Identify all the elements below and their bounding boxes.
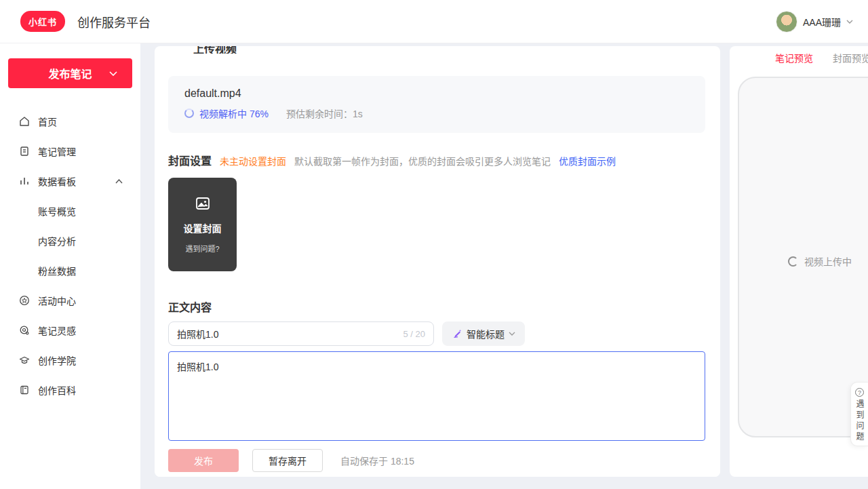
magic-pen-icon (452, 328, 462, 339)
user-menu[interactable]: AAA珊珊 (776, 0, 853, 43)
chevron-down-icon (846, 20, 853, 24)
preview-panel: 笔记预览 封面预览 视频上传中 (730, 46, 868, 477)
inspiration-icon (19, 325, 30, 336)
help-tab-label: 遇到问题 (854, 399, 865, 443)
cover-example-link[interactable]: 优质封面示例 (559, 154, 616, 168)
smart-title-label: 智能标题 (467, 327, 505, 340)
cover-section-title: 封面设置 (168, 152, 212, 168)
home-icon (19, 116, 30, 127)
publish-note-label: 发布笔记 (48, 65, 92, 81)
question-bubble-icon: ? (855, 388, 864, 397)
content-section-title: 正文内容 (168, 298, 212, 315)
image-icon (195, 195, 211, 212)
title-input[interactable] (177, 328, 397, 339)
sidebar-item-label: 创作百科 (38, 383, 76, 397)
book-icon (19, 385, 30, 395)
chevron-down-icon (509, 332, 515, 336)
video-upload-status-box: default.mp4 视频解析中 76% 预估剩余时间：1s (168, 76, 705, 133)
sidebar-item-label: 内容分析 (38, 234, 76, 248)
sidebar-item-home[interactable]: 首页 (0, 106, 140, 136)
tab-cover-preview[interactable]: 封面预览 (833, 51, 868, 64)
user-name: AAA珊珊 (803, 15, 841, 28)
sidebar-item-creator-academy[interactable]: 创作学院 (0, 345, 140, 375)
app-window: 小红书 创作服务平台 AAA珊珊 发布笔记 首页 笔记管理 数据看板 (0, 0, 868, 489)
title-input-wrapper: 5 / 20 (168, 321, 434, 346)
sidebar-item-label: 笔记灵感 (38, 324, 76, 337)
uploading-label: 视频上传中 (804, 254, 852, 268)
help-floating-tab[interactable]: ? 遇到问题 (850, 382, 868, 446)
xiaohongshu-logo[interactable]: 小红书 (20, 11, 65, 32)
smart-title-button[interactable]: 智能标题 (442, 321, 525, 346)
loading-spinner-icon (788, 256, 798, 267)
sidebar-item-label: 活动中心 (38, 294, 76, 307)
sidebar-item-note-inspiration[interactable]: 笔记灵感 (0, 315, 140, 345)
video-parsing-status: 视频解析中 76% (199, 106, 269, 120)
sidebar-item-note-manage[interactable]: 笔记管理 (0, 136, 140, 166)
video-filename: default.mp4 (184, 87, 689, 100)
sidebar-item-creator-wiki[interactable]: 创作百科 (0, 375, 140, 405)
sidebar-item-label: 笔记管理 (38, 144, 76, 158)
set-cover-button[interactable]: 设置封面 遇到问题? (168, 178, 237, 271)
clipped-section-heading: 上传视频 (193, 46, 237, 54)
cover-trouble-link[interactable]: 遇到问题? (185, 243, 219, 254)
sidebar-item-label: 粉丝数据 (38, 264, 76, 277)
sidebar-item-content-analysis[interactable]: 内容分析 (0, 226, 140, 256)
star-circle-icon (19, 295, 30, 306)
loading-spinner-icon (184, 109, 194, 118)
autosave-status: 自动保存于 18:15 (340, 454, 414, 467)
sidebar-item-label: 创作学院 (38, 353, 76, 367)
save-and-leave-button[interactable]: 暂存离开 (252, 449, 323, 472)
avatar[interactable] (776, 11, 797, 33)
sidebar-item-label: 账号概览 (38, 204, 76, 218)
sidebar: 发布笔记 首页 笔记管理 数据看板 账号概览 内容分析 (0, 43, 140, 489)
cover-settings-row: 封面设置 未主动设置封面 默认截取第一帧作为封面，优质的封面会吸引更多人浏览笔记… (168, 152, 616, 168)
sidebar-item-fans-data[interactable]: 粉丝数据 (0, 256, 140, 286)
chevron-up-icon[interactable] (115, 179, 123, 184)
chevron-down-icon (109, 71, 117, 76)
sidebar-item-label: 首页 (38, 115, 57, 128)
tab-note-preview[interactable]: 笔记预览 (775, 51, 813, 64)
note-icon (19, 146, 30, 157)
sidebar-item-account-overview[interactable]: 账号概览 (0, 196, 140, 226)
publish-button[interactable]: 发布 (168, 449, 239, 472)
video-eta: 预估剩余时间：1s (286, 106, 363, 120)
editor-panel: 上传视频 default.mp4 视频解析中 76% 预估剩余时间：1s 封面设… (155, 46, 720, 477)
graduation-cap-icon (19, 355, 30, 366)
video-uploading-status: 视频上传中 (788, 254, 852, 268)
body-textarea[interactable]: 拍照机1.0 (168, 351, 705, 441)
set-cover-label: 设置封面 (184, 221, 222, 235)
cover-hint: 默认截取第一帧作为封面，优质的封面会吸引更多人浏览笔记 (294, 154, 551, 168)
top-header: 小红书 创作服务平台 AAA珊珊 (0, 0, 868, 43)
publish-note-button[interactable]: 发布笔记 (8, 58, 132, 88)
cover-warning: 未主动设置封面 (220, 154, 286, 168)
title-char-counter: 5 / 20 (403, 329, 425, 339)
sidebar-item-dashboard[interactable]: 数据看板 (0, 166, 140, 196)
editor-footer: 发布 暂存离开 自动保存于 18:15 (155, 444, 720, 477)
sidebar-item-label: 数据看板 (38, 174, 76, 188)
bar-chart-icon (19, 176, 30, 187)
sidebar-menu: 首页 笔记管理 数据看板 账号概览 内容分析 粉丝数据 活动中心 (0, 106, 140, 405)
page-title: 创作服务平台 (77, 13, 151, 31)
sidebar-item-activity-center[interactable]: 活动中心 (0, 286, 140, 315)
phone-preview-frame: 视频上传中 (738, 77, 868, 437)
